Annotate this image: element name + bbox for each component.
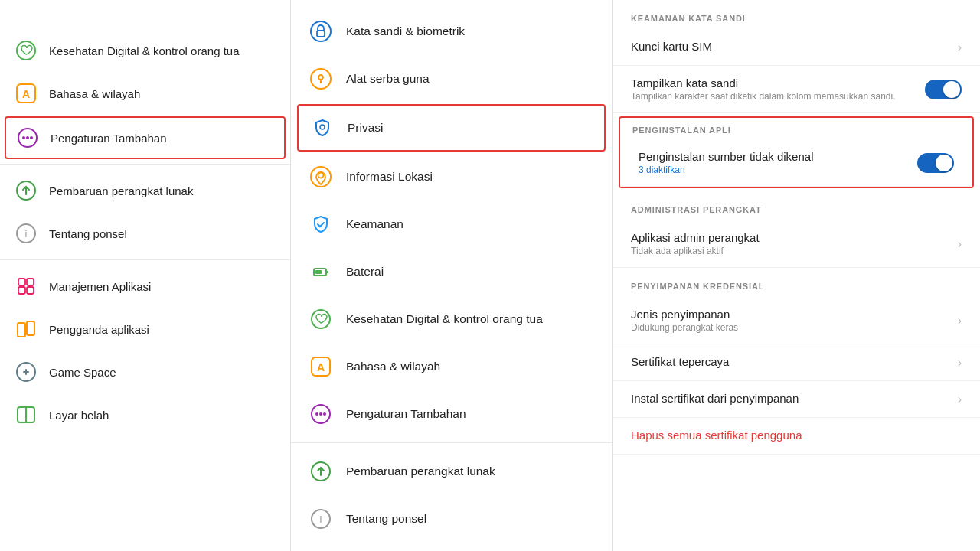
svg-rect-15 <box>27 321 34 335</box>
section-penginstalan-apli: PENGINSTALAN APLIPenginstalan sumber tid… <box>619 116 974 188</box>
svg-text:i: i <box>25 228 28 240</box>
mid-item-label-pengaturan: Pengaturan Tambahan <box>346 407 466 421</box>
svg-rect-20 <box>317 31 325 37</box>
mid-item-kata-sandi[interactable]: Kata sandi & biometrik <box>291 8 612 55</box>
left-item-extra-settings[interactable]: Pengaturan Tambahan <box>5 116 286 159</box>
right-item-jenis-penyimpanan[interactable]: Jenis penyimpananDidukung perangkat kera… <box>612 297 980 344</box>
item-sub-sumber-tidak-dikenal: 3 diaktifkan <box>639 165 910 175</box>
left-item-app-cloner[interactable]: Pengganda aplikasi <box>0 308 290 350</box>
item-title-instal-sertifikat: Instal sertifikat dari penyimpanan <box>631 392 950 405</box>
svg-point-21 <box>311 69 331 89</box>
mid-item-alat-serba[interactable]: Alat serba guna <box>291 55 612 103</box>
svg-text:A: A <box>22 88 30 100</box>
chevron-admin-perangkat: › <box>958 237 962 251</box>
mid-item-lokasi[interactable]: Informasi Lokasi <box>291 153 612 201</box>
mid-item-tentang[interactable]: iTentang ponsel <box>291 495 612 543</box>
clone-icon <box>15 318 37 340</box>
svg-rect-13 <box>27 287 34 294</box>
A-icon: A <box>309 355 332 378</box>
item-sub-admin-perangkat: Tidak ada aplikasi aktif <box>631 246 950 256</box>
mid-item-bahasa[interactable]: ABahasa & wilayah <box>291 343 612 390</box>
chevron-kunci-sim: › <box>958 41 962 54</box>
section-keamanan-kata-sandi: KEAMANAN KATA SANDIKunci kartu SIM›Tampi… <box>612 0 980 113</box>
svg-rect-27 <box>326 271 328 273</box>
toggle-tampilkan-sandi[interactable] <box>925 80 962 99</box>
left-item-label-about-phone: Tentang ponsel <box>49 227 127 240</box>
section-administrasi-perangkat: ADMINISTRASI PERANGKATAplikasi admin per… <box>612 191 980 268</box>
left-item-about-phone[interactable]: iTentang ponsel <box>0 212 290 255</box>
mid-item-label-kata-sandi: Kata sandi & biometrik <box>346 24 465 38</box>
battery-icon <box>309 260 332 283</box>
left-item-label-language: Bahasa & wilayah <box>49 87 140 100</box>
mid-item-keamanan[interactable]: Keamanan <box>291 201 612 248</box>
left-item-label-app-cloner: Pengganda aplikasi <box>49 323 149 336</box>
chevron-instal-sertifikat: › <box>958 393 962 406</box>
svg-point-25 <box>318 173 324 178</box>
left-item-digital-health[interactable]: Kesehatan Digital & kontrol orang tua <box>0 29 290 72</box>
right-item-hapus-sertifikat[interactable]: Hapus semua sertifikat pengguna <box>612 418 980 455</box>
right-item-sumber-tidak-dikenal[interactable]: Penginstalan sumber tidak dikenal3 diakt… <box>620 139 972 187</box>
svg-point-34 <box>319 412 322 416</box>
right-panel: KEAMANAN KATA SANDIKunci kartu SIM›Tampi… <box>612 0 980 551</box>
toggle-sumber-tidak-dikenal[interactable] <box>917 153 954 173</box>
right-item-admin-perangkat[interactable]: Aplikasi admin perangkatTidak ada aplika… <box>612 220 980 268</box>
left-item-language[interactable]: ABahasa & wilayah <box>0 72 290 115</box>
right-item-instal-sertifikat[interactable]: Instal sertifikat dari penyimpanan› <box>612 381 980 418</box>
info-icon: i <box>15 223 37 244</box>
mid-item-kesehatan[interactable]: Kesehatan Digital & kontrol orang tua <box>291 295 612 343</box>
grid-icon <box>15 276 37 297</box>
section-penyimpanan-kredensial: PENYIMPANAN KREDENSIALJenis penyimpananD… <box>612 268 980 455</box>
mid-item-label-bahasa: Bahasa & wilayah <box>346 360 440 373</box>
section-header-penginstalan-apli: PENGINSTALAN APLI <box>620 118 972 139</box>
left-item-label-app-management: Manajemen Aplikasi <box>49 280 151 293</box>
svg-point-23 <box>320 125 325 129</box>
mid-item-label-baterai: Baterai <box>346 265 384 279</box>
right-item-kunci-sim[interactable]: Kunci kartu SIM› <box>612 29 980 66</box>
mid-item-privasi[interactable]: Privasi <box>297 104 606 152</box>
mid-items-container: Kata sandi & biometrikAlat serba gunaPri… <box>291 8 612 543</box>
svg-rect-14 <box>18 323 25 337</box>
game-icon <box>15 361 37 383</box>
right-item-tampilkan-sandi[interactable]: Tampilkan kata sandiTampilkan karakter s… <box>612 66 980 113</box>
mid-item-label-kesehatan: Kesehatan Digital & kontrol orang tua <box>346 312 543 326</box>
left-item-label-extra-settings: Pengaturan Tambahan <box>51 132 167 145</box>
divider <box>0 164 290 165</box>
section-header-penyimpanan-kredensial: PENYIMPANAN KREDENSIAL <box>612 268 980 297</box>
svg-point-0 <box>17 41 35 60</box>
item-title-sumber-tidak-dikenal: Penginstalan sumber tidak dikenal <box>639 150 910 163</box>
chevron-sertifikat-tepercaya: › <box>958 356 962 370</box>
toggle-knob-tampilkan-sandi <box>943 81 960 98</box>
svg-point-35 <box>323 412 326 416</box>
right-sections-container: KEAMANAN KATA SANDIKunci kartu SIM›Tampi… <box>612 0 980 455</box>
mid-divider <box>291 442 612 443</box>
mid-item-label-pembaruan: Pembaruan perangkat lunak <box>346 465 495 478</box>
svg-rect-12 <box>18 287 25 294</box>
svg-point-6 <box>30 136 33 139</box>
item-title-hapus-sertifikat: Hapus semua sertifikat pengguna <box>631 429 962 442</box>
svg-point-33 <box>315 412 318 416</box>
mid-item-pembaruan[interactable]: Pembaruan perangkat lunak <box>291 448 612 495</box>
svg-text:i: i <box>320 514 322 525</box>
left-item-game-space[interactable]: Game Space <box>0 350 290 393</box>
up-icon <box>15 180 37 201</box>
toggle-knob-sumber-tidak-dikenal <box>936 155 952 171</box>
chevron-jenis-penyimpanan: › <box>958 314 962 328</box>
location-orange-icon <box>309 67 332 90</box>
left-items-container: Kesehatan Digital & kontrol orang tuaABa… <box>0 29 290 436</box>
dots-icon <box>17 127 38 148</box>
left-item-software-update[interactable]: Pembaruan perangkat lunak <box>0 169 290 212</box>
mid-item-pengaturan[interactable]: Pengaturan Tambahan <box>291 390 612 438</box>
mid-item-baterai[interactable]: Baterai <box>291 248 612 295</box>
svg-rect-11 <box>27 279 34 285</box>
mid-item-label-tentang: Tentang ponsel <box>346 512 426 526</box>
left-item-app-management[interactable]: Manajemen Aplikasi <box>0 265 290 308</box>
heart-icon <box>309 308 332 331</box>
right-item-sertifikat-tepercaya[interactable]: Sertifikat tepercaya› <box>612 344 980 381</box>
svg-point-22 <box>318 75 323 80</box>
svg-rect-10 <box>18 279 25 285</box>
shield-blue-icon <box>311 116 334 139</box>
svg-point-29 <box>312 310 330 328</box>
item-title-jenis-penyimpanan: Jenis penyimpanan <box>631 308 950 321</box>
item-title-admin-perangkat: Aplikasi admin perangkat <box>631 231 950 244</box>
left-item-split-screen[interactable]: Layar belah <box>0 393 290 436</box>
